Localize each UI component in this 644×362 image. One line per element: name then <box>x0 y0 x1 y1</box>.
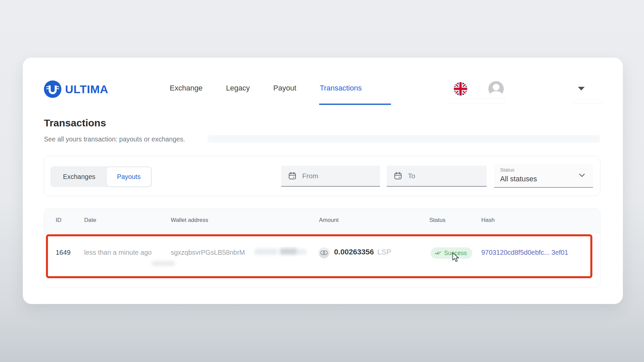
status-badge: Success <box>431 247 472 259</box>
cell-id: 1649 <box>56 249 71 256</box>
date-to-field[interactable] <box>387 166 487 187</box>
double-check-icon <box>435 251 441 255</box>
ultima-logo-icon[interactable] <box>44 80 62 98</box>
date-to-input[interactable] <box>408 172 465 180</box>
language-panel-edge <box>448 99 506 104</box>
status-filter-select[interactable]: Status All statuses <box>494 164 593 188</box>
main-nav: Exchange Legacy Payout Transactions <box>170 84 362 93</box>
col-header-wallet: Wallet address <box>171 217 208 224</box>
col-header-hash: Hash <box>481 217 495 224</box>
col-header-amount: Amount <box>319 217 339 224</box>
transactions-table: ID Date Wallet address Amount Status Has… <box>44 208 600 288</box>
language-selector-button[interactable] <box>454 82 467 96</box>
date-from-field[interactable] <box>281 166 380 187</box>
lsp-coin-icon <box>318 247 330 258</box>
table-header-row: ID Date Wallet address Amount Status Has… <box>44 209 600 233</box>
blur-artifact <box>152 261 175 266</box>
calendar-icon <box>393 171 402 180</box>
avatar[interactable] <box>488 81 504 97</box>
chevron-down-icon <box>579 173 585 177</box>
amount-currency: LSP <box>377 248 391 256</box>
cell-date: less than a minute ago <box>84 249 152 256</box>
avatar-head-shape <box>493 84 499 90</box>
cell-hash-link[interactable]: 9703120cd8f5d0ebfc... 3ef01 <box>481 249 568 256</box>
page-subtitle: See all yours transaction: payouts or ex… <box>44 135 185 143</box>
status-filter-value: All statuses <box>500 175 537 183</box>
table-row[interactable]: 1649 less than a minute ago sgxzqbsvrPGs… <box>44 233 600 265</box>
menu-panel-edge <box>574 100 603 104</box>
nav-item-transactions[interactable]: Transactions <box>320 84 362 93</box>
calendar-icon <box>288 171 297 180</box>
amount-value: 0.00263356 <box>334 248 374 256</box>
wallet-address-redacted <box>254 247 308 257</box>
cell-wallet-address: sgxzqbsvrPGsLB58nbrM <box>171 249 245 256</box>
tab-payouts[interactable]: Payouts <box>107 167 151 186</box>
nav-item-exchange[interactable]: Exchange <box>170 84 203 93</box>
nav-item-legacy[interactable]: Legacy <box>226 84 250 93</box>
caret-down-icon[interactable] <box>578 87 585 90</box>
brand-name[interactable]: ULTIMA <box>65 83 108 96</box>
uk-flag-icon <box>454 82 467 96</box>
status-badge-label: Success <box>444 250 467 257</box>
col-header-id: ID <box>56 217 61 224</box>
status-filter-label: Status <box>500 167 515 173</box>
page-title: Transactions <box>44 117 106 129</box>
col-header-status: Status <box>429 217 445 224</box>
active-tab-underline <box>319 104 391 105</box>
date-from-input[interactable] <box>302 172 359 180</box>
transaction-type-toggle: Exchanges Payouts <box>50 166 152 187</box>
subtitle-skeleton-strip <box>207 135 600 143</box>
col-header-date: Date <box>84 217 96 224</box>
cell-amount: 0.00263356 LSP <box>334 248 391 256</box>
app-background: ULTIMA Exchange Legacy Payout Transactio… <box>0 0 644 362</box>
nav-item-payout[interactable]: Payout <box>273 84 297 93</box>
tab-exchanges[interactable]: Exchanges <box>50 166 108 187</box>
